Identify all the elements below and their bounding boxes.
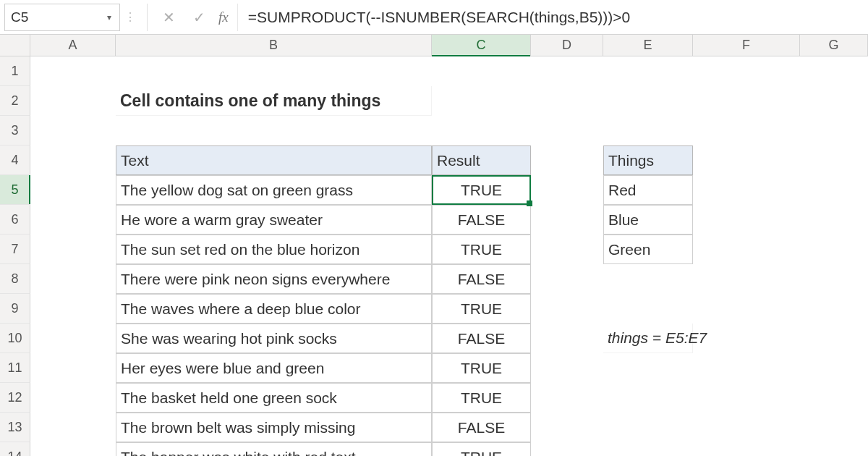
cell-A8[interactable] bbox=[30, 264, 116, 294]
cell-G2[interactable] bbox=[800, 86, 868, 116]
cell-B3[interactable] bbox=[116, 116, 432, 145]
cell-D4[interactable] bbox=[531, 145, 603, 175]
cell-A13[interactable] bbox=[30, 413, 116, 442]
row-header-14[interactable]: 14 bbox=[0, 442, 30, 456]
cell-F11[interactable] bbox=[693, 353, 800, 383]
cell-G5[interactable] bbox=[800, 175, 868, 205]
cell-B8[interactable]: There were pink neon signs everywhere bbox=[116, 264, 432, 294]
row-header-3[interactable]: 3 bbox=[0, 116, 30, 145]
cell-G7[interactable] bbox=[800, 235, 868, 264]
cell-F12[interactable] bbox=[693, 383, 800, 413]
cell-G1[interactable] bbox=[800, 56, 868, 86]
cell-D10[interactable] bbox=[531, 324, 603, 353]
cell-B12[interactable]: The basket held one green sock bbox=[116, 383, 432, 413]
cell-A4[interactable] bbox=[30, 145, 116, 175]
cell-A6[interactable] bbox=[30, 205, 116, 235]
cell-G6[interactable] bbox=[800, 205, 868, 235]
cell-F1[interactable] bbox=[693, 56, 800, 86]
cell-D13[interactable] bbox=[531, 413, 603, 442]
cell-A12[interactable] bbox=[30, 383, 116, 413]
cell-E14[interactable] bbox=[603, 442, 693, 456]
cell-B1[interactable] bbox=[116, 56, 432, 86]
table-head-result[interactable]: Result bbox=[432, 145, 531, 175]
confirm-button[interactable]: ✓ bbox=[184, 4, 214, 31]
cell-G13[interactable] bbox=[800, 413, 868, 442]
cell-D5[interactable] bbox=[531, 175, 603, 205]
cell-F9[interactable] bbox=[693, 294, 800, 324]
name-box[interactable]: C5 ▾ bbox=[4, 4, 120, 31]
cell-A7[interactable] bbox=[30, 235, 116, 264]
cell-F3[interactable] bbox=[693, 116, 800, 145]
row-header-13[interactable]: 13 bbox=[0, 413, 30, 442]
cancel-button[interactable]: ✕ bbox=[153, 4, 184, 31]
cell-G10[interactable] bbox=[800, 324, 868, 353]
cell-G3[interactable] bbox=[800, 116, 868, 145]
cell-C7[interactable]: TRUE bbox=[432, 235, 531, 264]
col-header-E[interactable]: E bbox=[603, 35, 693, 56]
cell-F5[interactable] bbox=[693, 175, 800, 205]
cell-C5[interactable]: TRUE bbox=[432, 175, 531, 205]
cell-F4[interactable] bbox=[693, 145, 800, 175]
cell-F10[interactable] bbox=[693, 324, 800, 353]
cell-F8[interactable] bbox=[693, 264, 800, 294]
cell-E1[interactable] bbox=[603, 56, 693, 86]
row-header-1[interactable]: 1 bbox=[0, 56, 30, 86]
cell-C1[interactable] bbox=[432, 56, 531, 86]
cell-E3[interactable] bbox=[603, 116, 693, 145]
col-header-F[interactable]: F bbox=[693, 35, 800, 56]
cell-G9[interactable] bbox=[800, 294, 868, 324]
cell-A11[interactable] bbox=[30, 353, 116, 383]
cell-E13[interactable] bbox=[603, 413, 693, 442]
note[interactable]: things = E5:E7 bbox=[603, 324, 693, 353]
cell-D8[interactable] bbox=[531, 264, 603, 294]
cell-E2[interactable] bbox=[603, 86, 693, 116]
cell-G11[interactable] bbox=[800, 353, 868, 383]
col-header-C[interactable]: C bbox=[432, 35, 531, 56]
page-title[interactable]: Cell contains one of many things bbox=[116, 86, 432, 116]
cell-D7[interactable] bbox=[531, 235, 603, 264]
cell-C11[interactable]: TRUE bbox=[432, 353, 531, 383]
cell-C10[interactable]: FALSE bbox=[432, 324, 531, 353]
cell-G12[interactable] bbox=[800, 383, 868, 413]
cell-A3[interactable] bbox=[30, 116, 116, 145]
row-header-6[interactable]: 6 bbox=[0, 205, 30, 235]
cell-E7[interactable]: Green bbox=[603, 235, 693, 264]
cell-C3[interactable] bbox=[432, 116, 531, 145]
cell-F7[interactable] bbox=[693, 235, 800, 264]
row-header-4[interactable]: 4 bbox=[0, 145, 30, 175]
cell-B10[interactable]: She was wearing hot pink socks bbox=[116, 324, 432, 353]
cell-B13[interactable]: The brown belt was simply missing bbox=[116, 413, 432, 442]
col-header-A[interactable]: A bbox=[30, 35, 116, 56]
things-head[interactable]: Things bbox=[603, 145, 693, 175]
cell-D3[interactable] bbox=[531, 116, 603, 145]
cell-B9[interactable]: The waves where a deep blue color bbox=[116, 294, 432, 324]
cell-B6[interactable]: He wore a warm gray sweater bbox=[116, 205, 432, 235]
cell-C13[interactable]: FALSE bbox=[432, 413, 531, 442]
cell-C8[interactable]: FALSE bbox=[432, 264, 531, 294]
cell-E8[interactable] bbox=[603, 264, 693, 294]
cell-A1[interactable] bbox=[30, 56, 116, 86]
cell-C2[interactable] bbox=[432, 86, 531, 116]
cell-D6[interactable] bbox=[531, 205, 603, 235]
col-header-D[interactable]: D bbox=[531, 35, 603, 56]
cell-B7[interactable]: The sun set red on the blue horizon bbox=[116, 235, 432, 264]
row-header-7[interactable]: 7 bbox=[0, 235, 30, 264]
cell-E5[interactable]: Red bbox=[603, 175, 693, 205]
col-header-G[interactable]: G bbox=[800, 35, 868, 56]
cell-A14[interactable] bbox=[30, 442, 116, 456]
cell-B14[interactable]: The banner was white with red text bbox=[116, 442, 432, 456]
fx-label[interactable]: fx bbox=[214, 9, 233, 25]
cell-F14[interactable] bbox=[693, 442, 800, 456]
row-header-12[interactable]: 12 bbox=[0, 383, 30, 413]
cell-C9[interactable]: TRUE bbox=[432, 294, 531, 324]
cell-D9[interactable] bbox=[531, 294, 603, 324]
col-header-B[interactable]: B bbox=[116, 35, 432, 56]
cell-C12[interactable]: TRUE bbox=[432, 383, 531, 413]
select-all-corner[interactable] bbox=[0, 35, 30, 56]
formula-input[interactable]: =SUMPRODUCT(--ISNUMBER(SEARCH(things,B5)… bbox=[237, 4, 868, 31]
cell-E6[interactable]: Blue bbox=[603, 205, 693, 235]
row-header-5[interactable]: 5 bbox=[0, 175, 30, 205]
row-header-9[interactable]: 9 bbox=[0, 294, 30, 324]
cell-A5[interactable] bbox=[30, 175, 116, 205]
cell-D14[interactable] bbox=[531, 442, 603, 456]
